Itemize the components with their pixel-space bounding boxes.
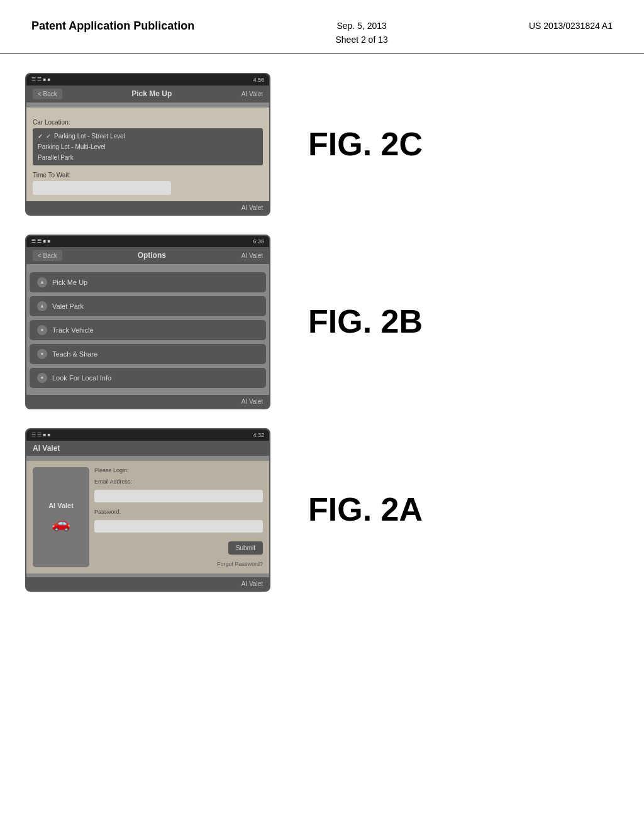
pick-me-up-label: Pick Me Up (52, 279, 87, 286)
email-input[interactable] (94, 490, 263, 502)
fig2c-content: Car Location: ✓ Parking Lot - Street Lev… (26, 108, 269, 201)
menu-track-vehicle[interactable]: ● Track Vehicle (30, 320, 266, 340)
car-location-label: Car Location: (33, 119, 263, 126)
please-login-label: Please Login: (94, 467, 263, 473)
fig2b-nav-bar: < Back Options AI Valet (26, 247, 269, 264)
car-icon: 🚗 (52, 514, 70, 532)
fig2b-label: FIG. 2B (308, 304, 434, 340)
fig2a-nav-title: AI Valet (33, 444, 60, 453)
fig2a-time: 4:32 (253, 432, 264, 438)
fig2c-status-icons: ☰ ☰ ■ ■ (31, 77, 50, 82)
fig2c-status-bar: ☰ ☰ ■ ■ 4:56 (26, 74, 269, 86)
valet-park-icon: ▲ (37, 301, 47, 311)
content-area: ☰ ☰ ■ ■ 4:56 < Back Pick Me Up AI Valet … (0, 54, 644, 611)
fig2a-footer: AI Valet (26, 577, 269, 590)
track-vehicle-icon: ● (37, 325, 47, 335)
time-to-wait-label: Time To Wait: (33, 172, 263, 179)
fig2b-menu: ▲ Pick Me Up ▲ Valet Park ● Track Vehicl… (26, 269, 269, 391)
fig2a-label: FIG. 2A (308, 492, 434, 528)
menu-local-info[interactable]: ● Look For Local Info (30, 368, 266, 388)
fig2b-footer: AI Valet (26, 395, 269, 408)
local-info-icon: ● (37, 373, 47, 383)
publication-date: Sep. 5, 2013 (336, 21, 386, 31)
car-location-dropdown[interactable]: ✓ Parking Lot - Street Level Parking Lot… (33, 128, 263, 165)
fig2c-footer: AI Valet (26, 201, 269, 214)
fig2c-nav-right: AI Valet (242, 91, 263, 97)
fig2b-back-button[interactable]: < Back (33, 250, 62, 261)
menu-valet-park[interactable]: ▲ Valet Park (30, 296, 266, 316)
fig2a-phone: ☰ ☰ ■ ■ 4:32 AI Valet AI Valet 🚗 Please (25, 428, 270, 592)
teach-share-icon: ● (37, 349, 47, 359)
submit-button[interactable]: Submit (228, 541, 263, 555)
fig2c-nav-title: Pick Me Up (131, 89, 172, 98)
menu-pick-me-up[interactable]: ▲ Pick Me Up (30, 272, 266, 292)
dropdown-item-0[interactable]: ✓ Parking Lot - Street Level (38, 131, 258, 141)
login-area: AI Valet 🚗 Please Login: Email Address: … (33, 467, 263, 567)
patent-number: US 2013/0231824 A1 (529, 19, 613, 33)
time-to-wait-section: Time To Wait: (33, 172, 263, 195)
fig2b-status-bar: ☰ ☰ ■ ■ 6:38 (26, 236, 269, 247)
fig2b-phone: ☰ ☰ ■ ■ 6:38 < Back Options AI Valet ▲ P… (25, 235, 270, 409)
password-input[interactable] (94, 520, 263, 533)
header-date-sheet: Sep. 5, 2013 Sheet 2 of 13 (335, 19, 387, 47)
login-form: Please Login: Email Address: Password: S… (94, 467, 263, 567)
password-label: Password: (94, 509, 263, 515)
fig2b-time: 6:38 (253, 238, 264, 245)
time-input[interactable] (33, 181, 171, 195)
track-vehicle-label: Track Vehicle (52, 326, 94, 334)
fig2c-back-button[interactable]: < Back (33, 89, 62, 99)
fig2a-row: ☰ ☰ ■ ■ 4:32 AI Valet AI Valet 🚗 Please (25, 428, 619, 592)
fig2c-label: FIG. 2C (308, 126, 434, 162)
forgot-password-link[interactable]: Forgot Password? (94, 561, 263, 567)
fig2c-time: 4:56 (253, 77, 264, 83)
valet-park-label: Valet Park (52, 302, 84, 310)
menu-teach-share[interactable]: ● Teach & Share (30, 344, 266, 364)
app-logo-area: AI Valet 🚗 (33, 467, 89, 567)
publication-title: Patent Application Publication (31, 19, 194, 33)
local-info-label: Look For Local Info (52, 374, 111, 382)
fig2b-row: ☰ ☰ ■ ■ 6:38 < Back Options AI Valet ▲ P… (25, 235, 619, 409)
dropdown-item-2[interactable]: Parallel Park (38, 152, 258, 163)
pick-me-up-icon: ▲ (37, 277, 47, 287)
fig2a-status-icons: ☰ ☰ ■ ■ (31, 432, 50, 438)
fig2b-nav-title: Options (138, 251, 166, 260)
fig2a-nav-bar: AI Valet (26, 441, 269, 456)
fig2a-status-bar: ☰ ☰ ■ ■ 4:32 (26, 429, 269, 441)
teach-share-label: Teach & Share (52, 350, 97, 358)
fig2a-content: AI Valet 🚗 Please Login: Email Address: … (26, 461, 269, 573)
fig2c-nav-bar: < Back Pick Me Up AI Valet (26, 86, 269, 102)
email-label: Email Address: (94, 479, 263, 485)
app-logo-title: AI Valet (48, 502, 74, 509)
fig2c-phone: ☰ ☰ ■ ■ 4:56 < Back Pick Me Up AI Valet … (25, 73, 270, 216)
fig2c-row: ☰ ☰ ■ ■ 4:56 < Back Pick Me Up AI Valet … (25, 73, 619, 216)
dropdown-item-1[interactable]: Parking Lot - Multi-Level (38, 141, 258, 152)
sheet-info: Sheet 2 of 13 (335, 35, 387, 45)
fig2b-status-icons: ☰ ☰ ■ ■ (31, 238, 50, 244)
fig2b-nav-right: AI Valet (242, 252, 263, 259)
page-header: Patent Application Publication Sep. 5, 2… (0, 0, 644, 54)
